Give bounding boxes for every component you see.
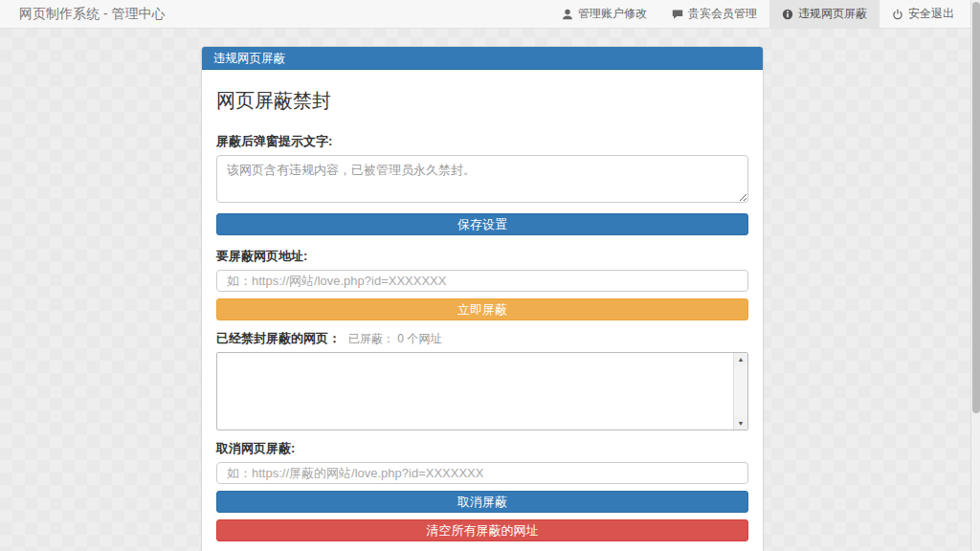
- clear-all-button[interactable]: 清空所有屏蔽的网址: [216, 519, 748, 541]
- panel-body: 网页屏蔽禁封 屏蔽后弹窗提示文字: 该网页含有违规内容，已被管理员永久禁封。 保…: [202, 70, 763, 551]
- scrollbar-thumb[interactable]: [972, 2, 980, 413]
- blocked-list-content: [219, 355, 731, 428]
- blocked-list-textarea[interactable]: ▲ ▼: [216, 352, 748, 430]
- popup-text-label: 屏蔽后弹窗提示文字:: [216, 133, 748, 150]
- info-icon: [782, 9, 793, 20]
- nav-item-label: 违规网页屏蔽: [798, 6, 867, 22]
- nav-item-account[interactable]: 管理账户修改: [549, 0, 659, 29]
- power-icon: [892, 9, 903, 20]
- unblock-url-label: 取消网页屏蔽:: [216, 440, 748, 457]
- top-navbar: 网页制作系统 - 管理中心 管理账户修改 贵宾会员管理 违规网页屏蔽 安全退出: [0, 0, 970, 29]
- block-url-input[interactable]: [216, 270, 748, 292]
- nav-item-vip-members[interactable]: 贵宾会员管理: [659, 0, 769, 29]
- block-now-button[interactable]: 立即屏蔽: [216, 298, 748, 320]
- nav-item-logout[interactable]: 安全退出: [880, 0, 967, 29]
- blocked-count: 0: [397, 332, 404, 345]
- unblock-button[interactable]: 取消屏蔽: [216, 491, 748, 513]
- blocked-count-note: 已屏蔽： 0 个网址: [348, 331, 441, 347]
- panel-header: 违规网页屏蔽: [202, 47, 763, 70]
- blocked-list-label-row: 已经禁封屏蔽的网页： 已屏蔽： 0 个网址: [216, 330, 748, 347]
- popup-text-textarea[interactable]: 该网页含有违规内容，已被管理员永久禁封。: [216, 155, 748, 203]
- navbar-menu: 管理账户修改 贵宾会员管理 违规网页屏蔽 安全退出: [549, 0, 967, 29]
- save-settings-button[interactable]: 保存设置: [216, 213, 748, 235]
- app-title: 网页制作系统 - 管理中心: [0, 6, 165, 23]
- unblock-url-input[interactable]: [216, 462, 748, 484]
- nav-item-label: 贵宾会员管理: [688, 6, 757, 22]
- nav-item-label: 安全退出: [908, 6, 954, 22]
- scroll-up-icon[interactable]: ▲: [734, 353, 747, 365]
- block-url-label: 要屏蔽网页地址:: [216, 248, 748, 265]
- nav-item-label: 管理账户修改: [578, 6, 647, 22]
- page-scrollbar[interactable]: [970, 0, 980, 551]
- nav-item-block-pages[interactable]: 违规网页屏蔽: [769, 0, 880, 29]
- user-icon: [562, 9, 573, 20]
- block-panel: 违规网页屏蔽 网页屏蔽禁封 屏蔽后弹窗提示文字: 该网页含有违规内容，已被管理员…: [201, 46, 764, 551]
- content-column: 违规网页屏蔽 网页屏蔽禁封 屏蔽后弹窗提示文字: 该网页含有违规内容，已被管理员…: [201, 46, 764, 551]
- blocked-list-label: 已经禁封屏蔽的网页：: [216, 330, 341, 347]
- scroll-down-icon[interactable]: ▼: [734, 417, 747, 430]
- comment-icon: [672, 9, 683, 20]
- page-title: 网页屏蔽禁封: [216, 88, 748, 114]
- blocked-list-scrollbar[interactable]: ▲ ▼: [733, 353, 747, 430]
